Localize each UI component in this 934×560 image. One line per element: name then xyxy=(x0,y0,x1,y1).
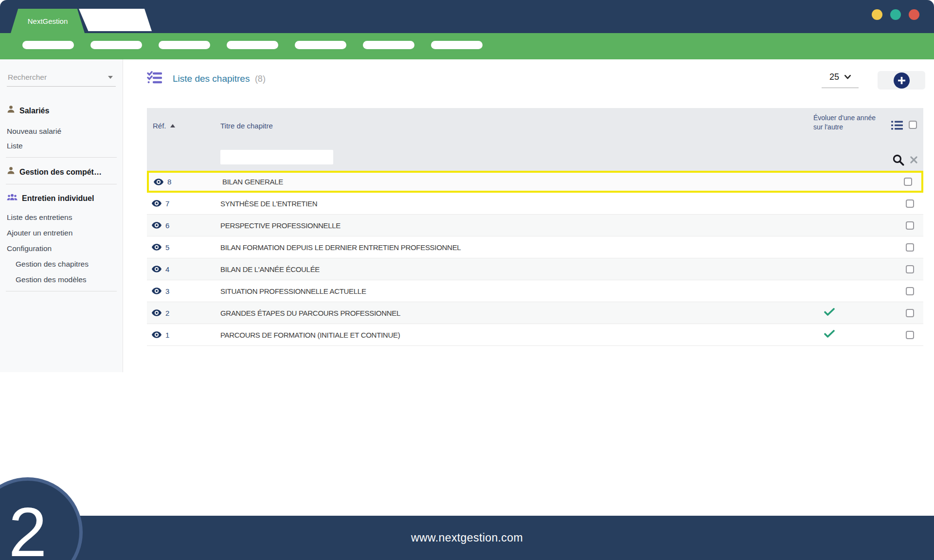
nav-pill[interactable] xyxy=(22,41,74,49)
row-title: BILAN FORMATION DEPUIS LE DERNIER ENTRET… xyxy=(220,243,813,252)
row-title: PARCOURS DE FORMATION (INITIALE ET CONTI… xyxy=(220,331,813,339)
row-checkbox[interactable] xyxy=(906,309,914,317)
list-view-icon[interactable] xyxy=(891,121,903,131)
eye-icon[interactable] xyxy=(152,309,162,316)
row-evolve-cell xyxy=(813,330,881,340)
add-chapter-button[interactable] xyxy=(894,72,910,89)
row-title: BILAN DE L'ANNÉE ÉCOULÉE xyxy=(220,265,813,273)
row-evolve-cell xyxy=(813,199,881,208)
row-ref-cell: 4 xyxy=(147,265,220,273)
sidebar-section-entretien[interactable]: Entretien individuel xyxy=(7,193,116,204)
column-header-evolve[interactable]: Évoluer d'une année sur l'autre xyxy=(813,108,881,141)
row-actions-cell xyxy=(881,265,923,273)
sidebar-item-ajouter-entretien[interactable]: Ajouter un entretien xyxy=(7,225,116,241)
eye-icon[interactable] xyxy=(152,288,162,294)
table-row[interactable]: 2 GRANDES ÉTAPES DU PARCOURS PROFESSIONN… xyxy=(147,302,923,324)
content: Rechercher Salariés Nouveau salarié List… xyxy=(0,59,934,516)
column-header-title[interactable]: Titre de chapitre xyxy=(220,108,813,141)
table-row[interactable]: 3 SITUATION PROFESSIONNELLE ACTUELLE xyxy=(147,280,923,302)
row-ref-cell: 8 xyxy=(149,178,222,186)
footer: www.nextgestion.com xyxy=(0,516,934,560)
eye-icon[interactable] xyxy=(152,200,162,207)
evolve-check-icon xyxy=(824,308,835,318)
table-row[interactable]: 8 BILAN GENERALE xyxy=(147,171,923,193)
sidebar-section-label: Salariés xyxy=(19,106,49,116)
sidebar-divider xyxy=(6,291,117,291)
sidebar-section-competences[interactable]: Gestion des compét… xyxy=(7,166,116,178)
row-checkbox[interactable] xyxy=(906,243,914,252)
row-ref: 5 xyxy=(165,243,169,252)
row-checkbox[interactable] xyxy=(906,265,914,273)
row-ref-cell: 7 xyxy=(147,199,220,208)
row-checkbox[interactable] xyxy=(904,178,912,186)
slide-number: 2 xyxy=(9,492,47,560)
topbar: NextGestion xyxy=(0,0,934,33)
row-ref: 6 xyxy=(165,221,169,230)
nav-pill[interactable] xyxy=(431,41,483,49)
title-filter-input[interactable] xyxy=(220,150,333,164)
column-header-ref[interactable]: Réf. xyxy=(147,108,220,141)
sidebar-item-liste[interactable]: Liste xyxy=(7,139,116,153)
eye-icon[interactable] xyxy=(154,179,163,185)
person-icon xyxy=(7,105,15,116)
row-evolve-cell xyxy=(813,264,881,274)
search-select[interactable]: Rechercher xyxy=(7,72,116,87)
eye-icon[interactable] xyxy=(152,244,162,251)
row-evolve-cell xyxy=(813,220,881,230)
sidebar-item-gestion-chapitres[interactable]: Gestion des chapitres xyxy=(16,256,116,272)
sidebar-section-salaries[interactable]: Salariés xyxy=(7,105,116,116)
row-actions-cell xyxy=(881,287,923,295)
table-filter-row xyxy=(147,141,923,171)
row-checkbox[interactable] xyxy=(906,331,914,339)
table-header-actions xyxy=(881,108,923,141)
checklist-icon xyxy=(147,71,162,87)
window-dot xyxy=(909,9,919,20)
window-dot xyxy=(872,9,882,20)
eye-icon[interactable] xyxy=(152,331,162,338)
caret-down-icon xyxy=(108,76,113,79)
select-all-checkbox[interactable] xyxy=(909,121,917,129)
logo-tab[interactable]: NextGestion xyxy=(11,9,85,33)
table-row[interactable]: 1 PARCOURS DE FORMATION (INITIALE ET CON… xyxy=(147,324,923,346)
page-size-select[interactable]: 25 xyxy=(822,72,859,88)
nav-pill[interactable] xyxy=(227,41,278,49)
table-row[interactable]: 6 PERSPECTIVE PROFESSIONNELLE xyxy=(147,215,923,236)
sidebar-divider xyxy=(6,157,117,158)
table-row[interactable]: 4 BILAN DE L'ANNÉE ÉCOULÉE xyxy=(147,258,923,280)
sidebar-item-configuration[interactable]: Configuration xyxy=(7,241,116,256)
row-ref-cell: 3 xyxy=(147,287,220,295)
eye-icon[interactable] xyxy=(152,222,162,229)
page-size-value: 25 xyxy=(829,72,839,82)
row-ref: 8 xyxy=(167,178,171,186)
row-evolve-cell xyxy=(813,286,881,296)
sidebar-item-liste-entretiens[interactable]: Liste des entretiens xyxy=(7,210,116,225)
row-title: BILAN GENERALE xyxy=(222,178,811,186)
row-ref: 4 xyxy=(165,265,169,273)
nav-pill[interactable] xyxy=(295,41,346,49)
page: NextGestion Rechercher Salariés Nouveau … xyxy=(0,0,934,560)
person-icon xyxy=(7,166,15,178)
sidebar-item-gestion-modeles[interactable]: Gestion des modèles xyxy=(16,272,116,288)
eye-icon[interactable] xyxy=(152,266,162,272)
sidebar-item-nouveau-salarie[interactable]: Nouveau salarié xyxy=(7,124,116,139)
nav-pill[interactable] xyxy=(90,41,142,49)
row-ref: 1 xyxy=(165,331,169,339)
table-row[interactable]: 5 BILAN FORMATION DEPUIS LE DERNIER ENTR… xyxy=(147,236,923,258)
page-title: Liste des chapitres (8) xyxy=(173,73,266,84)
row-actions-cell xyxy=(881,243,923,252)
row-actions-cell xyxy=(881,309,923,317)
row-checkbox[interactable] xyxy=(906,287,914,295)
nav-pill[interactable] xyxy=(159,41,210,49)
nav-pill[interactable] xyxy=(363,41,414,49)
page-count: (8) xyxy=(255,74,266,84)
filter-title-cell xyxy=(220,141,813,171)
window-dots xyxy=(872,9,919,20)
row-checkbox[interactable] xyxy=(906,221,914,230)
table-row[interactable]: 7 SYNTHÈSE DE L'ENTRETIEN xyxy=(147,193,923,215)
row-ref-cell: 6 xyxy=(147,221,220,230)
chevron-down-icon xyxy=(844,75,851,79)
row-title: SITUATION PROFESSIONNELLE ACTUELLE xyxy=(220,287,813,295)
search-icon[interactable] xyxy=(892,154,904,168)
clear-filter-icon[interactable] xyxy=(910,156,918,166)
row-checkbox[interactable] xyxy=(906,199,914,208)
